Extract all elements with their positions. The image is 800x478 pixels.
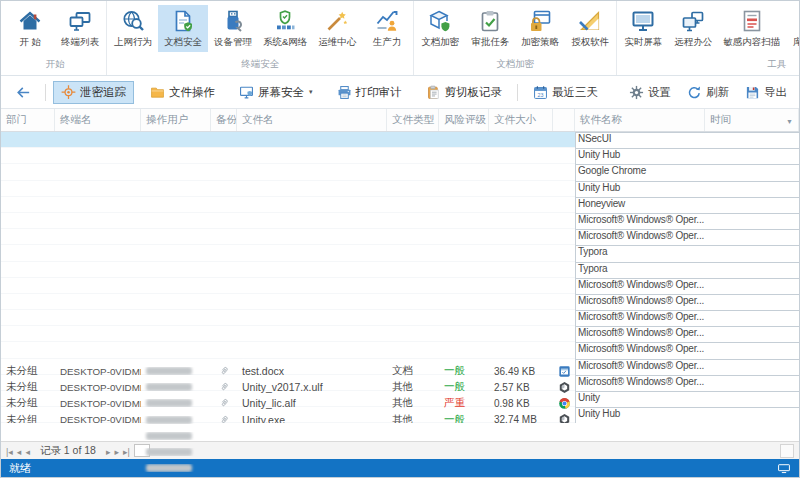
ribbon-item-label: 系统&网络 <box>263 36 307 49</box>
toolbar-button-label: 打印审计 <box>356 85 402 100</box>
cell-backup <box>211 381 237 393</box>
operator-user-redacted <box>146 383 192 391</box>
ribbon-item-sensitive-scan[interactable]: 敏感内容扫描 <box>718 5 785 52</box>
col-header-label: 文件类型 <box>392 113 434 127</box>
operator-user-redacted <box>146 416 192 424</box>
screen-security-button[interactable]: 屏幕安全▾ <box>231 81 321 104</box>
toolbar-button-label: 泄密追踪 <box>80 85 126 100</box>
ribbon-item-live-screen[interactable]: 实时屏幕 <box>618 5 668 52</box>
col-header-user[interactable]: 操作用户 <box>141 109 211 131</box>
ribbon-item-library-template[interactable]: 库&模板 <box>785 5 800 52</box>
settings-button[interactable]: 设置 <box>627 81 673 104</box>
ribbon-item-doc-security[interactable]: 文档安全 <box>158 5 208 52</box>
table-row[interactable]: 未分组DESKTOP-0VIDMDJMockplus.exe其他一般31.26 … <box>1 326 799 342</box>
file-ops-icon <box>150 85 165 100</box>
ribbon-item-device-mgmt[interactable]: 设备管理 <box>208 5 258 52</box>
page-next-button[interactable]: ▸ <box>106 445 111 457</box>
cell-filetype: 其他 <box>387 380 439 394</box>
table-row[interactable]: 未分组DESKTOP-0VIDMDJMockplus.exe其他一般31.26 … <box>1 342 799 358</box>
cell-filetype: 其他 <box>387 396 439 410</box>
ribbon-item-doc-encrypt[interactable]: 文档加密 <box>415 5 465 52</box>
table-row[interactable]: 未分组DESKTOP-0VIDMDJtest.docx文档一般36.49 KBN… <box>1 132 799 148</box>
ribbon-item-system-network[interactable]: 系统&网络 <box>258 5 312 52</box>
toolbar-buttons: 泄密追踪文件操作屏幕安全▾打印审计剪切板记录 <box>53 81 510 104</box>
web-behavior-icon <box>121 9 145 33</box>
remote-work-icon <box>681 9 705 33</box>
col-header-time[interactable]: 时间▼ <box>705 109 799 131</box>
back-button[interactable] <box>15 84 32 101</box>
col-header-appicon[interactable] <box>553 109 575 131</box>
pagination-bar: |◂ ◂ ◂ 记录 1 of 18 ▸ ▸ ▸| <box>1 441 799 459</box>
recent-three-days-filter[interactable]: 23 最近三天 <box>525 81 606 104</box>
toolbar-button-label: 刷新 <box>706 85 729 100</box>
status-bar: 就绪 <box>1 459 799 477</box>
page-first-button[interactable]: |◂ <box>6 445 13 457</box>
ribbon-group-label: 工具 <box>618 57 800 75</box>
col-header-terminal[interactable]: 终端名 <box>55 109 141 131</box>
file-ops-button[interactable]: 文件操作 <box>142 81 223 104</box>
ribbon-item-approval-tasks[interactable]: 审批任务 <box>465 5 515 52</box>
live-screen-icon <box>631 9 655 33</box>
ribbon: 开 始终端列表开始上网行为文档安全设备管理系统&网络运维中心生产力终端安全文档加… <box>1 1 799 76</box>
ribbon-item-terminal-list[interactable]: 终端列表 <box>55 5 105 52</box>
ribbon-item-label: 设备管理 <box>214 36 252 49</box>
cell-filename: Unity_v2017.x.ulf <box>237 381 387 393</box>
ribbon-item-productivity[interactable]: 生产力 <box>362 5 412 52</box>
table-row[interactable]: 未分组DESKTOP-0VIDMDJ1.jpg图片一般32.81 KBHoney… <box>1 197 799 213</box>
ribbon-item-label: 生产力 <box>373 36 402 49</box>
operator-user-redacted <box>146 448 192 456</box>
ribbon-item-encrypt-policy[interactable]: 加密策略 <box>515 5 565 52</box>
col-header-filetype[interactable]: 文件类型 <box>387 109 439 131</box>
page-last-button[interactable]: ▸| <box>123 445 130 457</box>
status-device-icon <box>777 462 791 475</box>
page-prev-button[interactable]: ◂ <box>25 445 30 457</box>
ribbon-item-remote-work[interactable]: 远程办公 <box>668 5 718 52</box>
ribbon-item-label: 授权软件 <box>571 36 609 49</box>
chrome-icon <box>558 397 571 410</box>
col-header-size[interactable]: 文件大小 <box>489 109 553 131</box>
col-header-appname[interactable]: 软件名称 <box>575 109 705 131</box>
system-network-icon <box>273 9 297 33</box>
table-row[interactable]: 未分组DESKTOP-0VIDMDJ测试新版.txt文档一般0.04 KBTyp… <box>1 245 799 261</box>
authorized-software-icon <box>578 9 602 33</box>
col-header-backup[interactable]: 备份 <box>211 109 237 131</box>
col-header-label: 文件大小 <box>494 113 536 127</box>
ribbon-group-doc-encryption: 文档加密审批任务加密策略授权软件文档加密 <box>414 1 617 75</box>
cell-terminal: DESKTOP-0VIDMDJ <box>55 366 141 377</box>
col-header-filename[interactable]: 文件名 <box>237 109 387 131</box>
approval-tasks-icon <box>478 9 502 33</box>
table-row[interactable]: 未分组DESKTOP-0VIDMDJHoneyview.exe其他一般11.64… <box>1 213 799 229</box>
table-row[interactable]: 未分组DESKTOP-0VIDMDJHoneyview.exe其他一般11.64… <box>1 229 799 245</box>
table-row[interactable]: 未分组DESKTOP-0VIDMDJTypora.exe其他一般130.6 MB… <box>1 278 799 294</box>
print-audit-button[interactable]: 打印审计 <box>329 81 410 104</box>
table-row[interactable]: 未分组DESKTOP-0VIDMDJ测试新版.md其他一般0.04 KBTypo… <box>1 262 799 278</box>
table-row[interactable]: 未分组DESKTOP-0VIDMDJTypora.exe其他一般130.6 MB… <box>1 310 799 326</box>
leak-trace-button[interactable]: 泄密追踪 <box>53 81 134 104</box>
table-row[interactable]: 未分组DESKTOP-0VIDMDJUnity_v2017.x.ulf其他一般2… <box>1 148 799 164</box>
toolbar-separator <box>517 84 518 101</box>
ribbon-item-start[interactable]: 开 始 <box>5 5 55 52</box>
clipboard-record-button[interactable]: 剪切板记录 <box>418 81 511 104</box>
ribbon-item-authorized-software[interactable]: 授权软件 <box>565 5 615 52</box>
table-body: 未分组DESKTOP-0VIDMDJtest.docx文档一般36.49 KBN… <box>1 132 799 423</box>
table-row[interactable]: 未分组DESKTOP-0VIDMDJUnity.exe其他一般32.74 MBU… <box>1 181 799 197</box>
col-header-dept[interactable]: 部门 <box>1 109 55 131</box>
operator-user-redacted <box>146 464 192 472</box>
cell-app-icon <box>553 397 575 410</box>
terminal-list-icon <box>68 9 92 33</box>
table-row[interactable]: 未分组DESKTOP-0VIDMDJUnity_lic.alf其他严重0.98 … <box>1 164 799 180</box>
ribbon-item-web-behavior[interactable]: 上网行为 <box>108 5 158 52</box>
table-row[interactable]: 未分组DESKTOP-0VIDMDJTypora.exe其他一般130.6 MB… <box>1 294 799 310</box>
ribbon-item-ops-center[interactable]: 运维中心 <box>312 5 362 52</box>
col-header-risk[interactable]: 风险评级 <box>439 109 489 131</box>
cell-operator-user <box>141 367 211 375</box>
device-mgmt-icon <box>221 9 245 33</box>
paperclip-icon <box>218 365 230 377</box>
doc-security-icon <box>171 9 195 33</box>
export-button[interactable]: 导出 <box>743 81 789 104</box>
toolbar-button-label: 导出 <box>764 85 787 100</box>
cell-risk: 一般 <box>439 380 489 394</box>
page-next-group-button[interactable]: ▸ <box>114 445 119 457</box>
page-prev-group-button[interactable]: ◂ <box>17 445 22 457</box>
refresh-button[interactable]: 刷新 <box>685 81 731 104</box>
